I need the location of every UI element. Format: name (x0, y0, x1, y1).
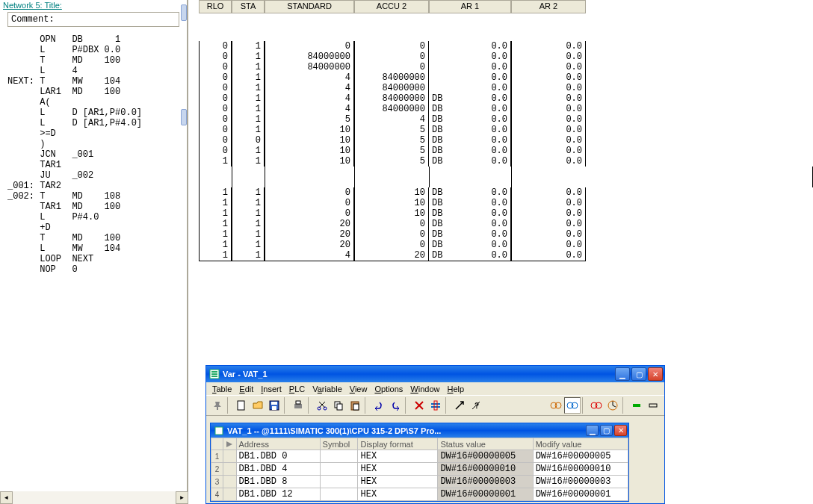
goto-icon[interactable] (451, 397, 468, 414)
col-header-ar2[interactable]: AR 2 (511, 0, 586, 13)
menu-variable[interactable]: Variable (309, 384, 345, 394)
modify-icon[interactable] (588, 397, 605, 414)
col-header-rlo[interactable]: RLO (199, 0, 232, 13)
force-off-icon[interactable] (645, 397, 661, 414)
save-icon[interactable] (266, 397, 282, 414)
cell-ar1: 0.0 (459, 93, 511, 104)
grid-row[interactable]: 2 DB1.DBD 4 HEX DW#16#00000010 DW#16#000… (211, 463, 628, 476)
scroll-track[interactable] (13, 491, 176, 504)
cell-ar1: 0.0 (459, 83, 511, 93)
open-icon[interactable] (250, 397, 266, 414)
cell-modify-value[interactable]: DW#16#00000003 (533, 476, 628, 488)
monitor-active-icon[interactable] (564, 397, 581, 414)
cell-ar1: 0.0 (459, 125, 511, 135)
col-header-sta[interactable]: STA (232, 0, 265, 13)
cell-ar2: 0.0 (511, 156, 586, 167)
vat-doc-titlebar[interactable]: VAT_1 -- @1111\SIMATIC 300(1)\CPU 315-2 … (211, 423, 628, 438)
cell-format[interactable]: HEX (358, 463, 438, 476)
cell-ar1: 0.0 (459, 52, 511, 62)
hdr-status-value[interactable]: Status value (438, 438, 533, 450)
comment-box[interactable]: Comment: (7, 12, 179, 27)
col-header-standard[interactable]: STANDARD (265, 0, 354, 13)
menu-help[interactable]: Help (444, 384, 467, 394)
copy-icon[interactable] (330, 397, 347, 414)
menu-view[interactable]: View (347, 384, 371, 394)
paste-icon[interactable] (347, 397, 363, 414)
cell-format[interactable]: HEX (358, 450, 438, 463)
cell-accu2: 0 (354, 240, 429, 250)
new-icon[interactable] (233, 397, 250, 414)
hdr-format[interactable]: Display format (358, 438, 438, 450)
force-on-icon[interactable] (628, 397, 645, 414)
svg-rect-10 (296, 401, 300, 404)
doc-close-button[interactable]: ✕ (614, 425, 627, 436)
monitor-icon[interactable] (548, 397, 564, 414)
grid-row[interactable]: 1 DB1.DBD 0 HEX DW#16#00000005 DW#16#000… (211, 450, 628, 463)
cell-modify-value[interactable]: DW#16#00000001 (533, 488, 628, 501)
scroll-left-button[interactable]: ◄ (0, 491, 13, 504)
cell-symbol[interactable] (320, 488, 358, 501)
scroll-nub[interactable] (181, 4, 187, 21)
grid-row[interactable]: 3 DB1.DBD 8 HEX DW#16#00000003 DW#16#000… (211, 476, 628, 488)
cell-address[interactable]: DB1.DBD 4 (236, 463, 320, 476)
cell-sta: 1 (232, 146, 265, 156)
menu-window[interactable]: Window (407, 384, 442, 394)
cell-address[interactable]: DB1.DBD 0 (236, 450, 320, 463)
cell-modify-value[interactable]: DW#16#00000010 (533, 463, 628, 476)
col-header-ar1[interactable]: AR 1 (429, 0, 511, 13)
cell-format[interactable]: HEX (358, 476, 438, 488)
close-button[interactable]: ✕ (648, 367, 663, 381)
status-panel: RLO STA STANDARD ACCU 2 AR 1 AR 2 0 1 0 … (199, 0, 813, 261)
maximize-button[interactable]: ▢ (631, 367, 646, 381)
menu-plc[interactable]: PLC (286, 384, 308, 394)
print-icon[interactable] (290, 397, 306, 414)
delete-icon[interactable] (411, 397, 427, 414)
menu-insert[interactable]: Insert (258, 384, 285, 394)
cell-standard: 4 (265, 93, 354, 104)
insert-row-icon[interactable] (427, 397, 444, 414)
col-header-accu2[interactable]: ACCU 2 (354, 0, 429, 13)
doc-minimize-button[interactable]: ▁ (586, 425, 599, 436)
pin-icon[interactable] (209, 397, 226, 414)
cell-address[interactable]: DB1.DBD 8 (236, 476, 320, 488)
hdr-address[interactable]: Address (236, 438, 320, 450)
trigger-icon[interactable] (605, 397, 621, 414)
cell-rownum: 4 (211, 488, 223, 501)
menu-options[interactable]: Options (371, 384, 406, 394)
cell-symbol[interactable] (320, 463, 358, 476)
scroll-right-button[interactable]: ► (176, 491, 188, 504)
hdr-symbol[interactable]: Symbol (320, 438, 358, 450)
cell-format[interactable]: HEX (358, 488, 438, 501)
cell-status-value: DW#16#00000010 (438, 463, 533, 476)
help-icon[interactable]: ? (468, 397, 484, 414)
svg-point-22 (555, 402, 561, 408)
cell-address[interactable]: DB1.DBD 12 (236, 488, 320, 501)
minimize-button[interactable]: ▁ (615, 367, 630, 381)
cell-standard: 4 (265, 83, 354, 93)
cell-standard: 10 (265, 146, 354, 156)
cell-rlo: 0 (199, 62, 232, 72)
menu-table[interactable]: Table (209, 384, 235, 394)
cell-standard: 4 (265, 250, 354, 261)
hdr-modify-value[interactable]: Modify value (533, 438, 628, 450)
redo-icon[interactable] (387, 397, 404, 414)
hscrollbar[interactable]: ◄ ► (0, 491, 188, 504)
stl-code[interactable]: OPN DB 1 L P#DBX 0.0 T MD 100 L 4 NEXT: … (0, 30, 187, 276)
doc-maximize-button[interactable]: ▢ (600, 425, 613, 436)
cell-symbol[interactable] (320, 476, 358, 488)
undo-icon[interactable] (371, 397, 387, 414)
cell-rlo: 1 (199, 198, 232, 208)
vat-grid[interactable]: Address Symbol Display format Status val… (211, 438, 628, 501)
grid-row[interactable]: 4 DB1.DBD 12 HEX DW#16#00000001 DW#16#00… (211, 488, 628, 501)
svg-rect-28 (633, 404, 640, 407)
vat-titlebar[interactable]: Var - VAT_1 ▁ ▢ ✕ (206, 366, 664, 382)
scroll-nub[interactable] (181, 109, 187, 125)
menu-edit[interactable]: Edit (236, 384, 256, 394)
cell-standard: 84000000 (265, 52, 354, 62)
cell-symbol[interactable] (320, 450, 358, 463)
cell-ar2: 0.0 (511, 240, 586, 250)
cell-modify-value[interactable]: DW#16#00000005 (533, 450, 628, 463)
svg-rect-1 (211, 371, 217, 373)
cut-icon[interactable] (314, 397, 330, 414)
svg-rect-9 (294, 404, 302, 408)
